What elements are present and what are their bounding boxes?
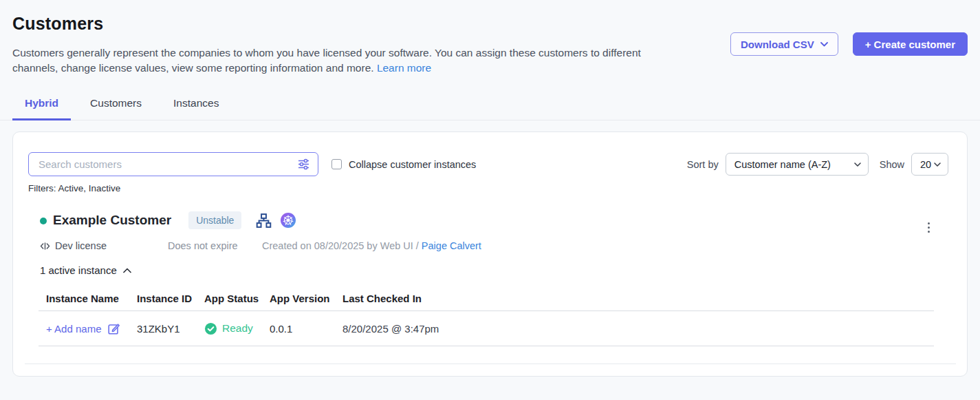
instances-table-header: Instance Name Instance ID App Status App… [39, 293, 934, 311]
app-status-label: Ready [222, 322, 253, 335]
sort-select-value: Customer name (A-Z) [734, 159, 831, 170]
col-last-checked-in: Last Checked In [342, 293, 934, 304]
col-app-version: App Version [270, 293, 342, 304]
filter-sliders-icon[interactable] [296, 157, 311, 171]
show-select-value: 20 [920, 159, 931, 170]
instances-summary: 1 active instance [40, 264, 117, 276]
customers-card: Collapse customer instances Sort by Cust… [12, 131, 968, 377]
customer-meta: Dev license Does not expire Created on 0… [40, 240, 952, 251]
edit-icon [107, 322, 120, 335]
license-type: Dev license [40, 240, 168, 251]
app-status-cell: Ready [204, 322, 270, 335]
customer-divider [25, 364, 956, 364]
collapse-instances-label: Collapse customer instances [349, 159, 476, 170]
channel-badge: Unstable [188, 211, 241, 229]
col-app-status: App Status [204, 293, 270, 304]
download-csv-label: Download CSV [741, 39, 814, 50]
page-description: Customers generally represent the compan… [12, 45, 674, 76]
table-row: + Add name 31ZKbY1 [39, 311, 934, 346]
code-icon [40, 242, 50, 251]
tab-instances[interactable]: Instances [161, 97, 231, 120]
instances-table: Instance Name Instance ID App Status App… [39, 293, 934, 346]
created-text: Created on 08/20/2025 by Web UI / [262, 240, 419, 251]
kebab-menu-icon[interactable] [925, 220, 933, 235]
page-header: Customers Customers generally represent … [0, 0, 980, 76]
customer-name[interactable]: Example Customer [53, 213, 171, 228]
collapse-instances-toggle[interactable]: Collapse customer instances [331, 159, 476, 170]
col-instance-id: Instance ID [137, 293, 204, 304]
tab-customers[interactable]: Customers [78, 97, 154, 120]
instance-id-value: 31ZKbY1 [137, 323, 204, 335]
sitemap-icon [255, 212, 272, 229]
sort-by-label: Sort by [687, 159, 719, 170]
show-label: Show [880, 159, 904, 170]
active-status-dot [40, 218, 47, 224]
search-box [28, 152, 318, 176]
collapse-instances-checkbox[interactable] [331, 159, 342, 169]
chevron-up-icon [123, 268, 131, 273]
last-checked-in-value: 8/20/2025 @ 3:47pm [342, 323, 934, 335]
search-input[interactable] [39, 158, 296, 170]
customer-row: Example Customer Unstable [40, 211, 952, 346]
page-header-text: Customers Customers generally represent … [12, 14, 674, 76]
chevron-down-icon [820, 42, 828, 47]
sort-select[interactable]: Customer name (A-Z) [726, 153, 869, 176]
col-instance-name: Instance Name [46, 293, 137, 304]
add-name-link[interactable]: + Add name [46, 322, 137, 335]
toolbar: Collapse customer instances Sort by Cust… [13, 152, 967, 176]
tab-bar: Hybrid Customers Instances [0, 97, 980, 120]
chevron-down-icon [934, 162, 941, 167]
chevron-down-icon [854, 162, 861, 167]
instances-toggle[interactable]: 1 active instance [40, 264, 952, 276]
create-customer-button[interactable]: + Create customer [853, 32, 968, 56]
learn-more-link[interactable]: Learn more [377, 62, 431, 74]
tab-hybrid[interactable]: Hybrid [12, 97, 71, 120]
license-type-label: Dev license [55, 240, 107, 251]
page-description-text: Customers generally represent the compan… [12, 47, 641, 74]
created-by-link[interactable]: Paige Calvert [422, 240, 481, 251]
show-select[interactable]: 20 [911, 153, 948, 176]
app-version-value: 0.0.1 [270, 323, 342, 335]
customer-header: Example Customer Unstable [40, 211, 952, 229]
download-csv-button[interactable]: Download CSV [730, 32, 838, 56]
add-name-label: + Add name [46, 323, 101, 335]
page-title: Customers [12, 14, 674, 34]
active-filters-text: Filters: Active, Inactive [28, 183, 967, 193]
kubernetes-icon [280, 212, 296, 229]
header-actions: Download CSV + Create customer [730, 32, 968, 76]
check-circle-icon [204, 322, 217, 335]
license-expiry: Does not expire [168, 240, 262, 251]
created-info: Created on 08/20/2025 by Web UI /Paige C… [262, 240, 481, 251]
